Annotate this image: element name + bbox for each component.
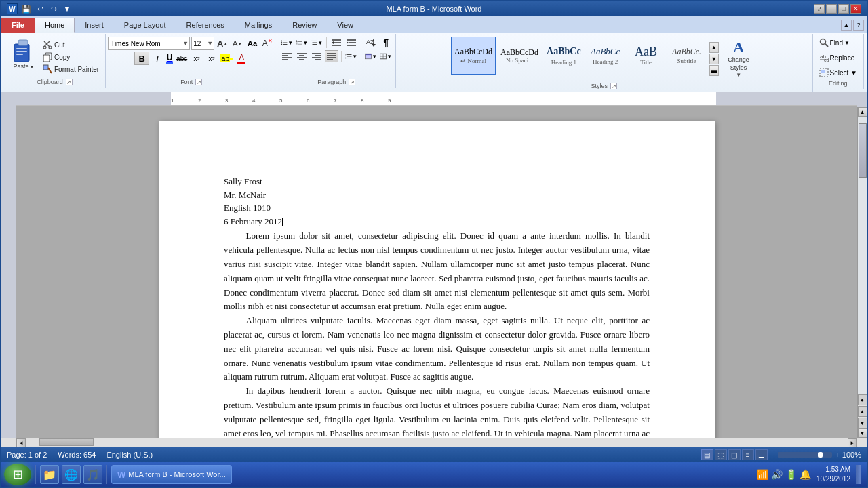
show-hide-btn[interactable]: ¶ xyxy=(379,37,393,49)
align-left-btn[interactable] xyxy=(280,50,294,62)
minimize-btn[interactable]: ─ xyxy=(826,4,837,14)
paragraph-label: Paragraph ↗ xyxy=(280,79,393,85)
tab-page-layout[interactable]: Page Layout xyxy=(114,18,176,33)
h-scroll-thumb[interactable] xyxy=(39,438,94,446)
explorer-btn[interactable]: 📁 xyxy=(40,465,59,484)
close-btn[interactable]: ✕ xyxy=(850,4,861,14)
cut-btn[interactable]: Cut xyxy=(41,39,101,50)
tab-review[interactable]: Review xyxy=(282,18,327,33)
change-case-btn[interactable]: Aa xyxy=(245,37,259,49)
clipboard-expand-btn[interactable]: ↗ xyxy=(66,79,73,85)
outline-view-btn[interactable]: ≡ xyxy=(742,449,754,460)
styles-more-btn[interactable]: ▬ xyxy=(709,65,719,76)
network-icon[interactable]: 📶 xyxy=(757,469,768,480)
scroll-up-btn[interactable]: ▲ xyxy=(858,107,867,117)
style-subtitle[interactable]: AaBbCc. Subtitle xyxy=(667,37,707,75)
help-btn[interactable]: ? xyxy=(814,4,825,14)
strikethrough-btn[interactable]: abc xyxy=(175,52,189,64)
shading-btn[interactable]: ▼ xyxy=(364,50,378,62)
header-line-1: Sally Frost xyxy=(224,175,650,188)
volume-icon[interactable]: 🔊 xyxy=(771,469,783,480)
text-highlight-btn[interactable]: ab xyxy=(220,52,233,64)
tab-view[interactable]: View xyxy=(327,18,363,33)
multilevel-btn[interactable]: ▼ xyxy=(310,37,323,49)
replace-btn[interactable]: abcd Replace xyxy=(816,52,859,64)
bold-btn[interactable]: B xyxy=(134,52,149,65)
tab-home[interactable]: Home xyxy=(35,18,75,33)
tab-mailings[interactable]: Mailings xyxy=(235,18,282,33)
font-name-input[interactable] xyxy=(108,37,190,50)
customize-quick-btn[interactable]: ▼ xyxy=(61,3,73,15)
paste-btn[interactable]: Paste▼ xyxy=(8,37,39,72)
styles-scroll-up-btn[interactable]: ▲ xyxy=(709,42,719,53)
battery-icon[interactable]: 🔋 xyxy=(785,469,797,480)
clear-format-btn[interactable]: A✕ xyxy=(260,37,274,49)
underline-btn[interactable]: U xyxy=(165,52,174,64)
style-heading2[interactable]: AaBbCc Heading 2 xyxy=(586,37,625,75)
word-taskbar-item[interactable]: W MLA form B - Microsoft Wor... xyxy=(111,465,232,484)
line-spacing-btn[interactable]: ▼ xyxy=(344,50,358,62)
align-center-btn[interactable] xyxy=(295,50,309,62)
zoom-plus-btn[interactable]: + xyxy=(835,451,839,459)
paragraph-expand-btn[interactable]: ↗ xyxy=(349,79,355,85)
undo-quick-btn[interactable]: ↩ xyxy=(34,3,46,15)
borders-btn[interactable]: ▼ xyxy=(379,50,393,62)
shrink-font-btn[interactable]: A▼ xyxy=(231,37,244,49)
save-quick-btn[interactable]: 💾 xyxy=(20,3,33,15)
next-page-btn[interactable]: ▼ xyxy=(858,418,867,428)
scroll-down-btn[interactable]: ▼ xyxy=(858,428,867,438)
redo-quick-btn[interactable]: ↪ xyxy=(47,3,60,15)
align-right-btn[interactable] xyxy=(310,50,323,62)
full-screen-btn[interactable]: ⬚ xyxy=(715,449,727,460)
italic-btn[interactable]: I xyxy=(151,52,164,64)
show-desktop-btn[interactable] xyxy=(856,465,861,484)
increase-indent-btn[interactable] xyxy=(344,37,358,49)
prev-page-btn[interactable]: ▲ xyxy=(858,406,867,417)
subscript-btn[interactable]: x2 xyxy=(190,52,203,64)
zoom-minus-btn[interactable]: ─ xyxy=(770,451,776,459)
sort-btn[interactable]: AZ xyxy=(364,37,378,49)
copy-btn[interactable]: Copy xyxy=(41,52,101,62)
tab-references[interactable]: References xyxy=(176,18,235,33)
styles-scroll-down-btn[interactable]: ▼ xyxy=(709,54,719,64)
h-scroll-left-btn[interactable]: ◄ xyxy=(16,438,26,447)
bullets-btn[interactable]: ▼ xyxy=(280,37,294,49)
style-title[interactable]: AaB Title xyxy=(627,37,666,75)
zoom-slider[interactable] xyxy=(778,452,832,458)
page-select-btn[interactable]: ● xyxy=(858,394,867,405)
draft-view-btn[interactable]: ☰ xyxy=(755,449,768,460)
find-btn[interactable]: Find ▼ xyxy=(816,37,853,49)
h-scroll-right-btn[interactable]: ► xyxy=(848,438,857,447)
tab-file[interactable]: File xyxy=(1,18,35,33)
decrease-indent-btn[interactable] xyxy=(330,37,343,49)
grow-font-btn[interactable]: A▲ xyxy=(216,37,229,49)
ruler-corner xyxy=(1,92,16,107)
print-layout-btn[interactable]: ▤ xyxy=(701,449,713,460)
scroll-thumb[interactable] xyxy=(859,123,867,178)
ribbon-help-btn[interactable]: ? xyxy=(853,20,864,30)
superscript-btn[interactable]: x2 xyxy=(205,52,218,64)
tab-insert[interactable]: Insert xyxy=(75,18,114,33)
media-btn[interactable]: 🎵 xyxy=(83,465,102,484)
notification-icon[interactable]: 🔔 xyxy=(800,469,811,480)
font-color-btn[interactable]: A xyxy=(235,52,248,64)
style-normal[interactable]: AaBbCcDd ↵ Normal xyxy=(451,37,496,75)
ie-btn[interactable]: 🌐 xyxy=(62,465,81,484)
numbering-btn[interactable]: 1.2.3. ▼ xyxy=(295,37,309,49)
document-body: Lorem ipsum dolor sit amet, consectetur … xyxy=(224,229,650,438)
font-expand-btn[interactable]: ↗ xyxy=(195,79,202,85)
svg-rect-11 xyxy=(43,65,48,70)
format-painter-btn[interactable]: Format Painter xyxy=(41,64,101,75)
style-heading1[interactable]: AaBbCc Heading 1 xyxy=(543,37,585,75)
maximize-btn[interactable]: □ xyxy=(838,4,849,14)
select-btn[interactable]: Select ▼ xyxy=(816,66,861,79)
web-layout-btn[interactable]: ◫ xyxy=(728,449,741,460)
start-button[interactable]: ⊞ xyxy=(4,464,31,485)
change-styles-btn[interactable]: A ChangeStyles ▼ xyxy=(720,37,757,81)
ribbon-collapse-btn[interactable]: ▲ xyxy=(841,20,852,30)
document-scroll-area[interactable]: Sally Frost Mr. McNair English 1010 6 Fe… xyxy=(16,107,857,438)
styles-expand-btn[interactable]: ↗ xyxy=(610,83,617,89)
svg-marker-38 xyxy=(372,44,376,47)
style-no-spacing[interactable]: AaBbCcDd No Spaci... xyxy=(497,37,542,75)
justify-btn[interactable] xyxy=(325,50,338,62)
